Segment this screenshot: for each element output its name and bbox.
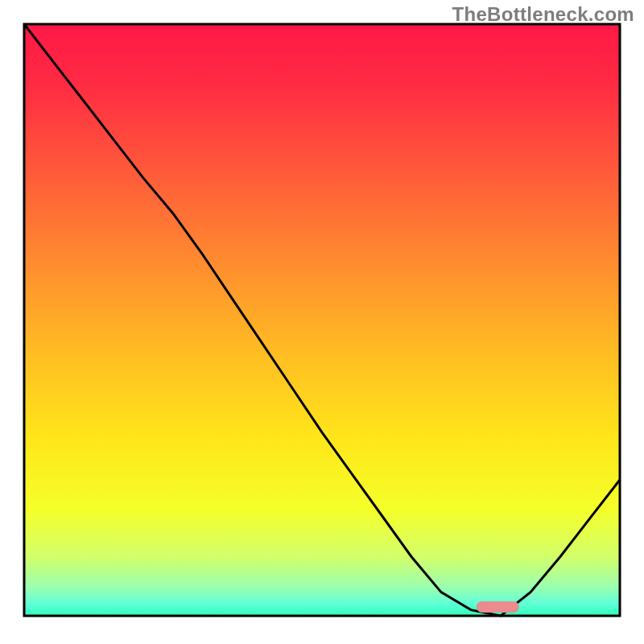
plot-background	[24, 24, 620, 616]
bottleneck-chart	[0, 0, 644, 644]
chart-container: TheBottleneck.com	[0, 0, 644, 644]
watermark-label: TheBottleneck.com	[452, 3, 634, 26]
optimal-marker	[477, 601, 518, 612]
